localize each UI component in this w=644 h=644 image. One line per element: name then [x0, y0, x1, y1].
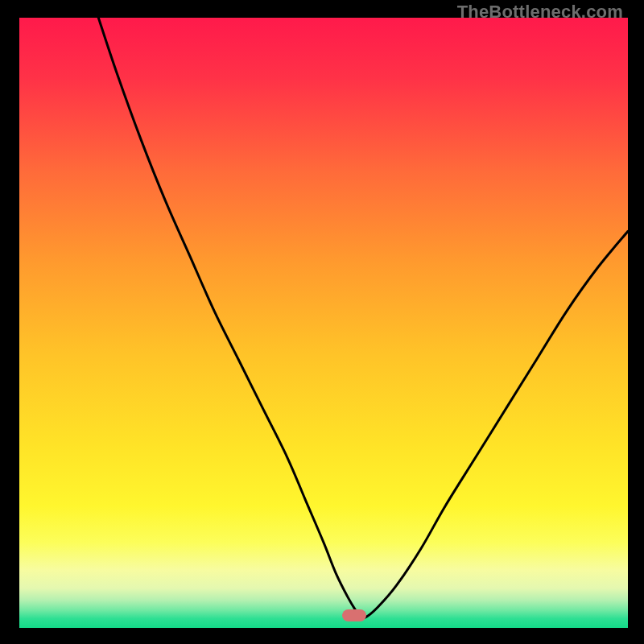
bottleneck-chart — [19, 18, 628, 628]
watermark-text: TheBottleneck.com — [457, 2, 623, 23]
optimal-marker — [342, 609, 366, 621]
gradient-background — [19, 18, 628, 628]
chart-frame — [19, 18, 628, 628]
